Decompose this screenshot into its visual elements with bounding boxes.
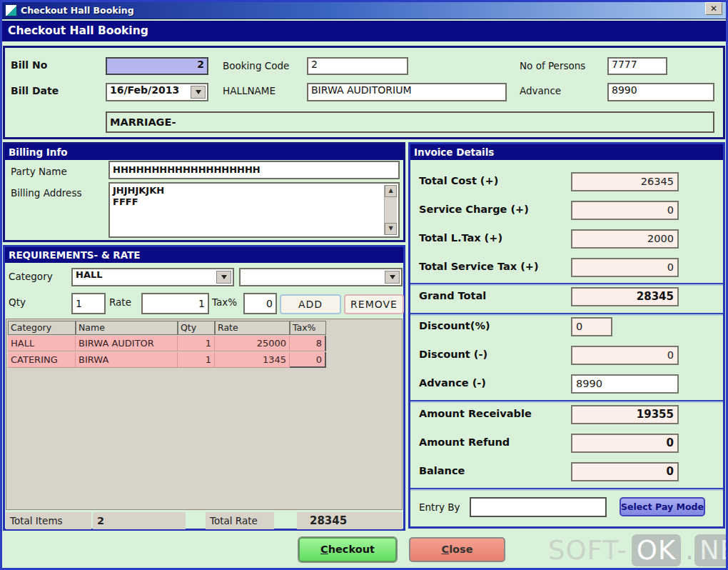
rate-label: Rate xyxy=(109,296,131,308)
bill-date-combobox[interactable]: 16/Feb/2013 xyxy=(106,83,208,101)
amount-receivable-field: 19355 xyxy=(571,405,679,424)
booking-code-field[interactable]: 2 xyxy=(307,57,408,75)
window-title: Checkout Hall Booking xyxy=(21,5,134,16)
items-table: Category Name Qty Rate Tax% HALL BIRWA A… xyxy=(6,319,403,510)
party-name-label: Party Name xyxy=(11,166,67,177)
category-label: Category xyxy=(9,271,53,282)
total-service-tax-label: Total Service Tax (+) xyxy=(419,261,539,272)
close-button[interactable]: Close xyxy=(409,537,505,562)
grand-total-field: 28345 xyxy=(571,287,679,306)
item-combobox[interactable] xyxy=(239,268,403,286)
total-rate-value: 28345 xyxy=(297,512,403,529)
watermark-text: SOFT- xyxy=(548,535,627,566)
rate-field[interactable]: 1 xyxy=(141,293,209,314)
amount-refund-label: Amount Refund xyxy=(419,436,510,448)
booking-code-label: Booking Code xyxy=(223,60,289,71)
amount-receivable-label: Amount Receivable xyxy=(419,408,532,419)
cell-name: BIRWA AUDITOR xyxy=(76,336,178,351)
total-cost-label: Total Cost (+) xyxy=(419,175,498,186)
total-ltax-field: 2000 xyxy=(571,229,679,249)
address-scrollbar[interactable]: ▲ ▼ xyxy=(384,185,397,235)
add-button[interactable]: ADD xyxy=(280,294,341,314)
close-label-initial: C xyxy=(441,544,449,555)
close-icon[interactable]: ✕ xyxy=(705,2,722,15)
invoice-details-title: Invoice Details xyxy=(410,144,723,160)
table-header-row: Category Name Qty Rate Tax% xyxy=(8,321,326,335)
chevron-down-icon[interactable] xyxy=(216,271,231,284)
bill-no-field: 2 xyxy=(106,57,208,75)
cell-qty: 1 xyxy=(178,336,215,351)
no-of-persons-field[interactable]: 7777 xyxy=(607,57,667,75)
cell-tax: 8 xyxy=(290,336,326,351)
checkout-button[interactable]: Checkout xyxy=(298,537,397,562)
divider xyxy=(410,488,723,489)
billing-address-label: Billing Address xyxy=(11,187,81,199)
title-bar: Checkout Hall Booking xyxy=(2,2,726,19)
amount-refund-field: 0 xyxy=(571,434,679,453)
balance-field: 0 xyxy=(571,462,679,481)
booking-info-panel: Bill No 2 Booking Code 2 No of Persons 7… xyxy=(3,46,725,139)
bill-date-label: Bill Date xyxy=(11,85,59,96)
app-icon xyxy=(5,4,17,16)
close-label-rest: lose xyxy=(449,544,472,555)
balance-label: Balance xyxy=(419,465,465,476)
divider xyxy=(410,313,723,314)
table-row[interactable]: CATERING BIRWA 1 1345 0 xyxy=(8,352,326,368)
category-value: HALL xyxy=(76,269,103,280)
billing-address-line2: FFFF xyxy=(113,196,383,208)
total-cost-field: 26345 xyxy=(571,172,679,191)
chevron-down-icon[interactable] xyxy=(385,271,400,284)
billing-info-panel: Billing Info Party Name HHHHHHHHHHHHHHHH… xyxy=(3,142,405,242)
total-items-label: Total Items xyxy=(6,512,91,529)
invoice-details-panel: Invoice Details Total Cost (+) 26345 Ser… xyxy=(408,142,725,529)
advance-field[interactable]: 8990 xyxy=(607,83,714,101)
discount-minus-field[interactable]: 0 xyxy=(571,346,679,365)
hallname-field[interactable]: BIRWA AUDITORIUM xyxy=(307,83,507,101)
remove-button[interactable]: REMOVE xyxy=(344,294,404,314)
bill-date-value: 16/Feb/2013 xyxy=(110,84,179,96)
scroll-down-icon[interactable]: ▼ xyxy=(385,223,397,235)
column-header-rate[interactable]: Rate xyxy=(215,321,290,335)
tax-percent-field[interactable]: 0 xyxy=(243,293,277,314)
chevron-down-icon[interactable] xyxy=(191,86,206,99)
advance-minus-field[interactable]: 8990 xyxy=(571,374,679,394)
advance-label: Advance xyxy=(520,85,561,96)
grand-total-label: Grand Total xyxy=(419,290,486,301)
total-items-value: 2 xyxy=(93,512,186,529)
cell-rate: 25000 xyxy=(215,336,290,351)
table-row[interactable]: HALL BIRWA AUDITOR 1 25000 8 xyxy=(8,336,326,351)
cell-qty: 1 xyxy=(178,352,215,368)
service-charge-label: Service Charge (+) xyxy=(419,204,529,215)
cell-tax: 0 xyxy=(290,352,326,368)
tax-percent-label: Tax% xyxy=(212,296,237,308)
column-header-category[interactable]: Category xyxy=(8,321,76,335)
checkout-label-rest: heckout xyxy=(328,544,375,555)
soft-ok-watermark: SOFT-OK.NET xyxy=(548,534,728,566)
cell-name: BIRWA xyxy=(76,352,178,368)
billing-address-textarea[interactable]: JHJHJKJKH FFFF ▲ ▼ xyxy=(108,182,400,238)
advance-minus-label: Advance (-) xyxy=(419,377,486,389)
category-combobox[interactable]: HALL xyxy=(71,268,234,286)
party-name-field[interactable]: HHHHHHHHHHHHHHHHHHH xyxy=(108,161,400,179)
service-charge-field: 0 xyxy=(571,201,679,220)
bill-no-label: Bill No xyxy=(11,59,47,71)
total-ltax-label: Total L.Tax (+) xyxy=(419,232,502,244)
discount-percent-field[interactable]: 0 xyxy=(571,317,612,336)
entry-by-label: Entry By xyxy=(419,501,460,513)
watermark-net-box: NET xyxy=(694,534,728,566)
billing-address-line1: JHJHJKJKH xyxy=(113,185,383,196)
entry-by-input[interactable] xyxy=(470,497,607,517)
hallname-label: HALLNAME xyxy=(223,85,275,96)
cell-rate: 1345 xyxy=(215,352,290,368)
total-rate-label: Total Rate xyxy=(206,512,274,529)
column-header-qty[interactable]: Qty xyxy=(178,321,215,335)
divider xyxy=(410,400,723,401)
watermark-dot: . xyxy=(685,535,694,566)
qty-field[interactable]: 1 xyxy=(71,293,106,314)
checkout-label-initial: C xyxy=(320,544,328,555)
column-header-tax[interactable]: Tax% xyxy=(290,321,326,335)
select-pay-mode-button[interactable]: Select Pay Mode xyxy=(620,497,705,516)
scroll-up-icon[interactable]: ▲ xyxy=(385,185,397,197)
column-header-name[interactable]: Name xyxy=(76,321,178,335)
purpose-field[interactable]: MARRIAGE- xyxy=(106,111,714,133)
